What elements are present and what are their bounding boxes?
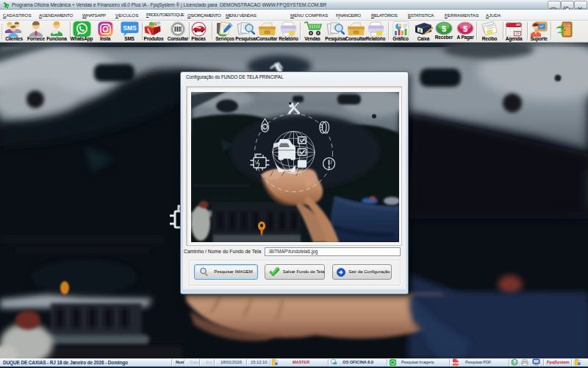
svg-text:PDF: PDF [453,361,459,365]
svg-text:EXIT: EXIT [565,24,570,27]
svg-text:JAN: JAN [516,24,521,26]
svg-text:SMS: SMS [123,24,137,32]
svg-text:$: $ [463,24,467,33]
svg-text:29: 29 [515,31,520,35]
svg-text:$: $ [442,24,446,33]
